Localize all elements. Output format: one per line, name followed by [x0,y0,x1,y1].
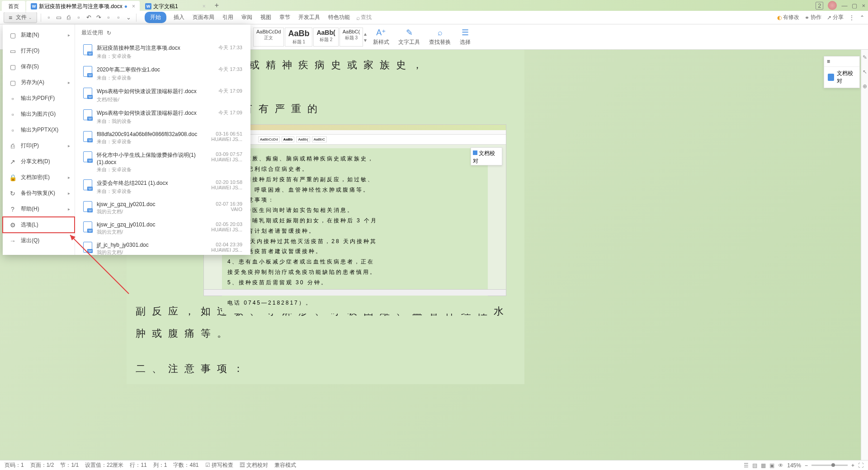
tab-review[interactable]: 审阅 [241,12,253,23]
tab-section[interactable]: 章节 [278,12,291,23]
chevron-down-icon[interactable]: ▾ [364,37,367,43]
refresh-icon[interactable]: ↻ [107,30,111,36]
redo-icon[interactable]: ↷ [94,14,103,22]
file-menu-item-1[interactable]: ▭打开(O) [3,43,75,50]
recent-time: 今天 17:33 [202,44,242,50]
menu-item-label: 打开(O) [21,47,39,50]
menu-item-label: 新建(N) [21,31,39,39]
more-icon[interactable]: ⌄ [124,14,132,22]
texttool-icon: ✎ [406,28,413,38]
tab-document-2[interactable]: W 文字文稿1 × [141,1,210,12]
menu-tabs: 开始 插入 页面布局 引用 审阅 视图 章节 开发工具 特色功能 [145,12,351,23]
collab-button[interactable]: ⚭协作 [805,14,821,21]
file-menu-left: ▢新建(N)▸▭打开(O)▢保存(S)▢另存为(A)▸▫输出为PDF(F)▫输出… [3,24,75,50]
file-menu-recent: 最近使用↻ 新冠疫苗接种禁忌与注意事项.docx来自：安卓设备今天 17:332… [75,24,250,50]
file-menu-item-0[interactable]: ▢新建(N)▸ [3,27,75,43]
search-icon: ⌕ [438,28,443,38]
minimize-icon[interactable]: — [841,2,847,9]
save-icon[interactable]: ▫ [45,14,53,22]
recent-name: 新冠疫苗接种禁忌与注意事项.docx [97,44,197,50]
doc-icon: W [145,3,151,9]
style-normal[interactable]: AaBbCcDd正文 [253,28,284,47]
new-style-button[interactable]: A⁺新样式 [370,28,392,46]
chevron-up-icon[interactable]: ▴ [364,31,367,37]
chevron-right-icon: ▸ [68,33,70,38]
people-icon: ⚭ [805,14,809,21]
more-icon[interactable]: ⋮ [849,14,854,21]
text-tool-button[interactable]: ✎文字工具 [396,28,423,46]
toolbar: 文件⌄ ▫ ▭ ⎙ ▫ ↶ ↷ ▫ ▫ ⌄ 开始 插入 页面布局 引用 审阅 视… [0,11,868,24]
tab-doc-label: 文字文稿1 [153,3,178,10]
paste-icon[interactable]: ▫ [104,14,113,22]
tab-special[interactable]: 特色功能 [327,12,351,23]
tab-doc-label: 新冠疫苗接种禁忌与注意事项.docx [39,3,123,10]
select-button[interactable]: ☰选择 [457,28,473,46]
tab-start[interactable]: 开始 [145,12,166,23]
tab-layout[interactable]: 页面布局 [192,12,215,23]
find-replace-button[interactable]: ⌕查找替换 [426,28,453,46]
close-icon[interactable]: × [132,3,135,9]
preview-icon[interactable]: ▫ [75,14,83,22]
close-window-icon[interactable]: × [862,2,865,9]
chevron-down-icon: ⌄ [28,15,32,20]
file-label: 文件 [16,14,27,21]
format-icon[interactable]: ▫ [114,14,123,22]
notification-badge[interactable]: 2 [816,2,823,9]
avatar[interactable] [828,1,837,10]
dot-icon: ● [124,3,127,9]
share-icon: ↗ [827,14,831,21]
style-h3[interactable]: AaBbC(标题 3 [340,28,363,47]
hamburger-icon [9,14,14,21]
tab-insert[interactable]: 插入 [173,12,185,23]
cloud-icon: ◐ [777,14,782,21]
doc-icon: W [31,3,37,9]
tab-view[interactable]: 视图 [259,12,272,23]
style-h2[interactable]: AaBb(标题 2 [313,28,338,47]
titlebar: 首页 W 新冠疫苗接种禁忌与注意事项.docx ● × W 文字文稿1 × + … [0,0,868,11]
tab-document-active[interactable]: W 新冠疫苗接种禁忌与注意事项.docx ● × [26,1,140,12]
file-menu: ▢新建(N)▸▭打开(O)▢保存(S)▢另存为(A)▸▫输出为PDF(F)▫输出… [3,24,250,50]
recent-item[interactable]: 新冠疫苗接种禁忌与注意事项.docx来自：安卓设备今天 17:33 [81,41,244,50]
open-icon[interactable]: ▭ [55,14,63,22]
menu-item-icon: ▭ [9,47,16,50]
recent-label: 最近使用 [81,29,103,37]
tab-dev[interactable]: 开发工具 [297,12,321,23]
undo-icon[interactable]: ↶ [85,14,93,22]
style-h1[interactable]: AaBb标题 1 [285,28,312,47]
new-tab-button[interactable]: + [210,0,223,11]
newstyle-icon: A⁺ [376,28,386,38]
search-placeholder: 查找 [361,14,372,21]
share-button[interactable]: ↗分享 [827,14,844,21]
search-input[interactable]: 查找 [356,14,372,21]
doc-file-icon [83,44,92,50]
close-icon[interactable]: × [203,3,206,9]
chevron-up-icon[interactable]: ⌃ [860,14,864,21]
menu-item-icon: ▢ [9,32,16,39]
print-icon[interactable]: ⎙ [65,14,73,22]
tab-reference[interactable]: 引用 [222,12,234,23]
maximize-icon[interactable]: ▢ [852,2,857,9]
file-menu-button[interactable]: 文件⌄ [4,12,37,23]
select-icon: ☰ [462,28,469,38]
tab-home[interactable]: 首页 [2,1,25,12]
changes-button[interactable]: ◐有修改 [777,14,799,21]
